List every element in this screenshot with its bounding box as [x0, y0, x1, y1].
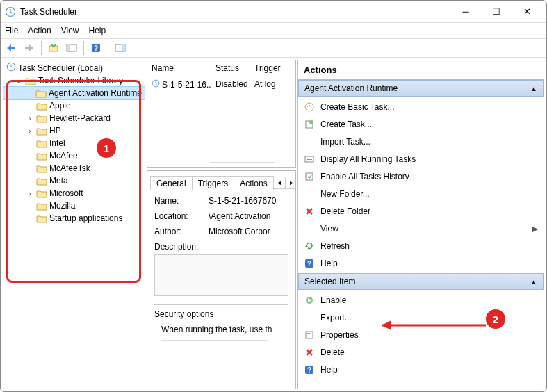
description-label: Description: — [154, 242, 209, 252]
action-item[interactable]: Enable All Tasks History — [298, 168, 544, 185]
tab-scroll-right[interactable]: ▸ — [286, 177, 296, 189]
tree-item[interactable]: Mozilla — [3, 199, 145, 212]
action-item-label: Create Task... — [320, 120, 372, 129]
action-item[interactable]: ath d="M1 3 L6 3 L7 4 L15 4 L15 12 L1 12… — [298, 185, 544, 202]
expand-icon[interactable]: › — [26, 115, 34, 122]
help-icon: ? — [304, 258, 315, 269]
tab-actions[interactable]: Actions — [234, 176, 273, 190]
actions-group-selected-label: Selected Item — [304, 277, 355, 286]
close-button[interactable]: ✕ — [512, 6, 542, 17]
tree-item[interactable]: McAfee — [3, 149, 145, 162]
menu-file[interactable]: File — [5, 26, 18, 35]
tree-item-label: Meta — [49, 176, 68, 186]
folder-icon — [35, 88, 47, 98]
task-list-pane: Name Status Trigger S-1-5-21-16... Disab… — [147, 60, 296, 168]
svg-marker-23 — [305, 245, 308, 247]
folder-icon — [36, 213, 47, 223]
action-item[interactable]: Delete Folder — [298, 202, 544, 220]
actions-list-selected: EnableExport...PropertiesDelete?Help — [298, 290, 544, 379]
tab-general[interactable]: General — [150, 176, 193, 190]
svg-text:?: ? — [307, 366, 311, 374]
tab-triggers[interactable]: Triggers — [192, 176, 235, 190]
menu-action[interactable]: Action — [28, 26, 51, 35]
tree-item[interactable]: ›Microsoft — [3, 187, 145, 199]
running-tasks-icon — [304, 154, 315, 165]
collapse-icon: ▲ — [530, 85, 537, 92]
tree-item[interactable]: ›Hewlett-Packard — [3, 112, 145, 124]
action-item[interactable]: Create Task... — [298, 115, 544, 133]
forward-button[interactable] — [22, 40, 37, 56]
tree-root[interactable]: Task Scheduler (Local) — [3, 62, 145, 74]
tree-item[interactable]: Agent Activation Runtime — [3, 87, 145, 99]
clock-icon — [6, 62, 16, 74]
col-triggers[interactable]: Trigger — [250, 60, 295, 76]
tab-scroll-left[interactable]: ◂ — [273, 177, 286, 189]
col-status[interactable]: Status — [211, 60, 250, 76]
svg-point-16 — [305, 103, 313, 111]
tree-item[interactable]: ›HP — [3, 124, 145, 137]
minimize-button[interactable]: ─ — [450, 6, 481, 17]
action-item[interactable]: Export... — [298, 309, 544, 326]
svg-text:?: ? — [307, 260, 311, 268]
task-row[interactable]: S-1-5-21-16... Disabled At log — [147, 76, 295, 92]
show-hide-tree-button[interactable] — [64, 40, 79, 56]
maximize-button[interactable]: ☐ — [481, 6, 512, 17]
tree-library[interactable]: ⌄ Task Scheduler Library — [3, 74, 145, 87]
action-item-label: Create Basic Task... — [320, 102, 395, 112]
menu-view[interactable]: View — [61, 26, 79, 35]
folder-icon — [36, 176, 47, 186]
action-item[interactable]: Import Task... — [298, 133, 544, 150]
titlebar: Task Scheduler ─ ☐ ✕ — [1, 1, 546, 23]
svg-rect-28 — [306, 332, 313, 338]
folder-icon — [36, 101, 47, 111]
chevron-right-icon: ▶ — [532, 224, 538, 234]
folder-icon — [36, 188, 47, 198]
action-item[interactable]: Create Basic Task... — [298, 98, 544, 115]
name-value: S-1-5-21-1667670 — [209, 196, 288, 206]
delete-folder-icon — [304, 206, 315, 217]
tree-library-label: Task Scheduler Library — [38, 76, 123, 85]
action-item-label: Delete — [320, 348, 345, 357]
action-item[interactable]: ?Help — [298, 361, 544, 378]
folder-icon — [36, 138, 47, 148]
tree-item-label: Hewlett-Packard — [49, 113, 111, 123]
enable-icon — [304, 295, 315, 306]
tree-item-label: Agent Activation Runtime — [49, 88, 142, 98]
action-item[interactable]: Delete — [298, 343, 544, 361]
action-item[interactable]: Enable — [298, 291, 544, 309]
action-item-label: Refresh — [320, 241, 350, 251]
security-options-text: When running the task, use th — [154, 325, 288, 334]
tree-item-label: Intel — [49, 138, 65, 148]
expand-icon[interactable]: › — [26, 190, 34, 197]
tree-item[interactable]: Intel — [3, 137, 145, 149]
show-hide-actions-button[interactable] — [113, 40, 128, 56]
tree-item[interactable]: Meta — [3, 174, 145, 187]
action-item-label: Properties — [320, 330, 359, 340]
action-item[interactable]: Display All Running Tasks — [298, 150, 544, 168]
svg-point-18 — [309, 120, 313, 124]
actions-group-selected[interactable]: Selected Item ▲ — [298, 273, 544, 290]
expand-icon[interactable]: ⌄ — [15, 77, 23, 85]
help-toolbar-button[interactable]: ? — [88, 40, 104, 56]
back-button[interactable] — [3, 40, 19, 56]
action-item[interactable]: ?Help — [298, 254, 544, 272]
tree-item[interactable]: Startup applications — [3, 212, 145, 224]
actions-group-context[interactable]: Agent Activation Runtime ▲ — [298, 80, 544, 97]
svg-rect-29 — [307, 333, 311, 334]
navigation-tree[interactable]: Task Scheduler (Local) ⌄ Task Scheduler … — [3, 60, 145, 226]
action-item[interactable]: Refresh — [298, 237, 544, 254]
collapse-icon: ▲ — [530, 278, 537, 286]
expand-icon[interactable]: › — [26, 127, 34, 135]
help-icon: ? — [304, 364, 315, 375]
tree-item[interactable]: McAfeeTsk — [3, 162, 145, 174]
action-item-label: Import Task... — [320, 137, 370, 147]
menu-help[interactable]: Help — [89, 26, 106, 35]
col-name[interactable]: Name — [147, 60, 211, 76]
action-item-label: Display All Running Tasks — [320, 154, 416, 164]
svg-rect-5 — [67, 44, 70, 51]
action-item[interactable]: View▶ — [298, 220, 544, 237]
up-button[interactable] — [46, 40, 61, 56]
new-folder-icon: ath d="M1 3 L6 3 L7 4 L15 4 L15 12 L1 12… — [304, 188, 315, 199]
action-item[interactable]: Properties — [298, 326, 544, 343]
tree-item[interactable]: Apple — [3, 99, 145, 112]
